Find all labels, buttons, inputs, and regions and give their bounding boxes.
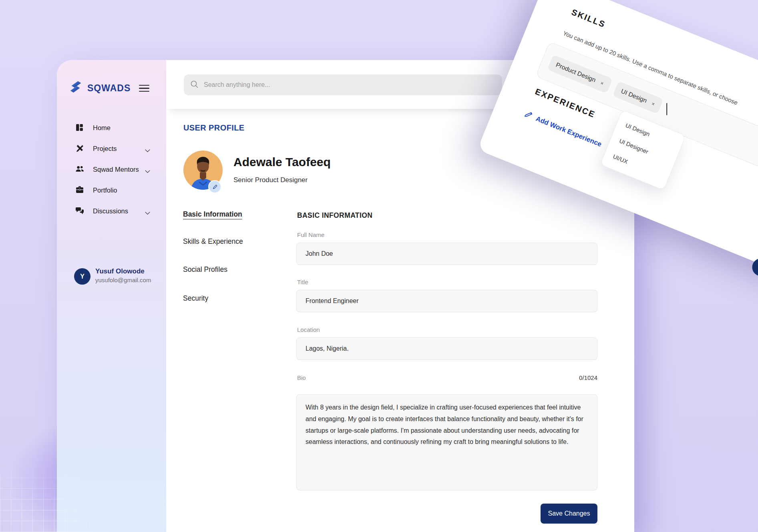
sidebar-item-projects[interactable]: Projects xyxy=(57,141,166,157)
search-icon xyxy=(190,80,198,90)
briefcase-icon xyxy=(75,186,84,195)
title-label: Title xyxy=(297,279,308,285)
user-email: yusufolo@gmail.com xyxy=(95,277,151,283)
card-action-button[interactable] xyxy=(750,256,758,279)
skill-chip-label: UI Design xyxy=(620,88,648,104)
remove-skill-icon[interactable]: × xyxy=(599,80,605,86)
pencil-icon xyxy=(523,109,534,122)
chat-bubbles-icon xyxy=(75,207,84,215)
full-name-field[interactable] xyxy=(296,243,597,265)
edit-photo-button[interactable] xyxy=(208,180,221,193)
sidebar-item-label: Home xyxy=(93,124,111,132)
skills-section-title: SKILLS xyxy=(570,7,607,30)
page-title: USER PROFILE xyxy=(183,123,245,132)
search-bar[interactable] xyxy=(184,74,502,95)
profile-name: Adewale Taofeeq xyxy=(233,155,331,169)
chevron-down-icon xyxy=(145,168,150,175)
skill-chip-ui-design[interactable]: UI Design × xyxy=(612,81,664,114)
background-grid xyxy=(0,412,172,532)
sidebar-item-label: Portfolio xyxy=(93,187,117,194)
sidebar-item-home[interactable]: Home xyxy=(57,120,166,136)
skill-chip-product-design[interactable]: Product Design × xyxy=(547,55,613,94)
save-changes-button[interactable]: Save Changes xyxy=(541,504,597,524)
sidebar-item-discussions[interactable]: Discussions xyxy=(57,203,166,219)
add-work-experience-label: Add Work Experience xyxy=(535,115,603,149)
logo-text: SQWADS xyxy=(87,83,131,94)
bio-character-counter: 0/1024 xyxy=(557,374,597,381)
tab-social-profiles[interactable]: Social Profiles xyxy=(183,265,227,274)
chevron-down-icon xyxy=(145,147,150,154)
tab-security[interactable]: Security xyxy=(183,294,208,303)
home-icon xyxy=(75,123,84,132)
sidebar-item-portfolio[interactable]: Portfolio xyxy=(57,183,166,199)
sqwads-logo-icon xyxy=(68,79,83,94)
page-background: SQWADS Home Projects xyxy=(0,0,758,532)
bio-field[interactable]: With 8 years in the design field, I spec… xyxy=(296,394,597,490)
people-icon xyxy=(75,165,84,174)
menu-icon[interactable] xyxy=(139,85,149,94)
full-name-label: Full Name xyxy=(297,231,324,238)
sidebar-item-label: Sqwad Mentors xyxy=(93,166,139,173)
sidebar-user[interactable]: Y Yusuf Olowode yusufolo@gmail.com xyxy=(57,263,166,291)
skill-chip-label: Product Design xyxy=(555,61,597,84)
sidebar-item-label: Projects xyxy=(93,145,117,153)
title-field[interactable] xyxy=(296,290,597,312)
profile-role: Senior Product Designer xyxy=(233,176,308,184)
section-title: BASIC INFORMATION xyxy=(297,211,372,220)
text-cursor xyxy=(666,103,667,115)
user-avatar: Y xyxy=(74,268,90,285)
search-input[interactable] xyxy=(203,81,496,89)
chevron-down-icon xyxy=(145,209,150,217)
location-label: Location xyxy=(297,326,320,333)
tab-basic-information[interactable]: Basic Information xyxy=(183,210,242,219)
location-field[interactable] xyxy=(296,337,597,360)
tools-icon xyxy=(75,144,84,153)
bio-label: Bio xyxy=(297,374,306,381)
sidebar-item-sqwad-mentors[interactable]: Sqwad Mentors xyxy=(57,162,166,178)
remove-skill-icon[interactable]: × xyxy=(651,100,656,107)
user-name: Yusuf Olowode xyxy=(95,267,145,275)
sidebar-item-label: Discussions xyxy=(93,207,128,215)
tab-skills-experience[interactable]: Skills & Experience xyxy=(183,237,243,246)
